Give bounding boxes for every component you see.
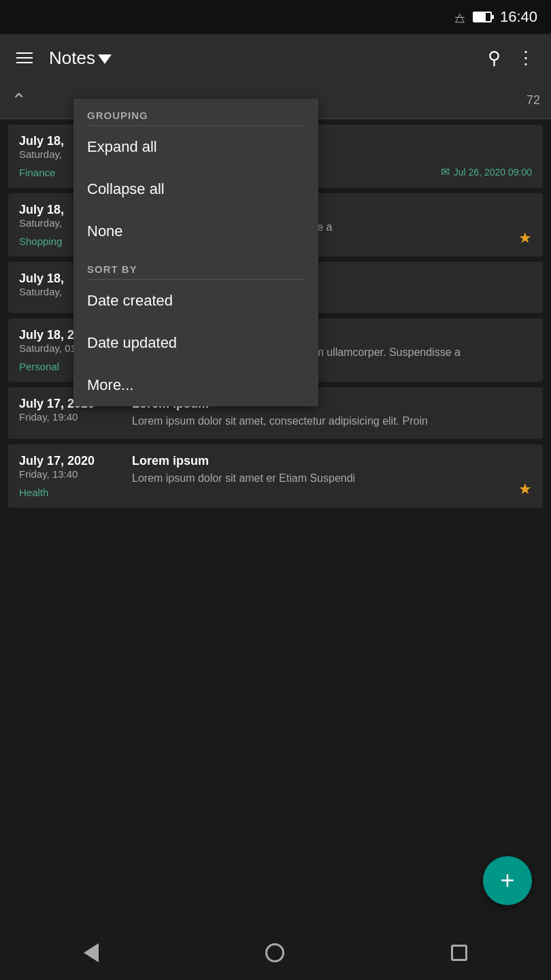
star-icon: ★ [518,229,532,247]
note-content-col: Lorem ipsum Lorem ipsum dolor sit amet e… [132,454,532,498]
note-reminder: ✉ Jul 26, 2020 09:00 [441,165,532,178]
app-bar-actions: ⚲ ⋮ [482,42,540,74]
nav-bar [0,926,551,980]
note-date-main: July 17, 2020 [19,454,121,468]
sort-by-label: SORT BY [73,252,318,279]
status-time: 16:40 [500,8,537,26]
note-excerpt: Lorem ipsum dolor sit amet, consectetur … [132,414,532,429]
fab-add-button[interactable]: + [483,856,532,905]
app-bar: Notes ⚲ ⋮ [0,34,551,82]
title-arrow [98,54,112,64]
more-options-button[interactable]: ⋮ [512,42,540,74]
collapse-all-item[interactable]: Collapse all [73,168,318,210]
nav-recent-button[interactable] [440,934,478,972]
date-created-item[interactable]: Date created [73,280,318,322]
app-title: Notes [49,48,471,69]
fab-plus-icon: + [500,868,514,893]
grouping-label: GROUPING [73,99,318,125]
collapse-button[interactable]: ⌃ [11,89,27,112]
date-updated-item[interactable]: Date updated [73,322,318,364]
dropdown-menu: GROUPING Expand all Collapse all None SO… [73,99,318,406]
battery-icon [473,12,492,22]
none-item[interactable]: None [73,210,318,252]
sim-icon: △ [455,10,465,24]
expand-all-item[interactable]: Expand all [73,126,318,168]
status-bar: △ 16:40 [0,0,551,34]
home-icon [265,943,284,962]
alarm-icon: ✉ [441,165,450,178]
note-date-col: July 17, 2020 Friday, 13:40 Health [19,454,121,498]
nav-back-button[interactable] [73,932,110,973]
note-card-6[interactable]: July 17, 2020 Friday, 13:40 Health Lorem… [8,444,543,508]
recent-icon [451,945,467,961]
note-date-sub: Friday, 19:40 [19,411,121,423]
note-excerpt: Lorem ipsum dolor sit amet er Etiam Susp… [132,471,532,486]
nav-home-button[interactable] [254,932,295,973]
menu-button[interactable] [11,47,38,69]
more-item[interactable]: More... [73,364,318,406]
notes-count: 72 [527,93,540,108]
star-icon: ★ [518,480,532,498]
note-title: Lorem ipsum [132,454,532,468]
back-icon [84,943,99,962]
note-tag: Health [19,487,121,498]
reminder-text: Jul 26, 2020 09:00 [454,167,532,178]
search-button[interactable]: ⚲ [482,42,506,74]
note-date-sub: Friday, 13:40 [19,468,121,480]
